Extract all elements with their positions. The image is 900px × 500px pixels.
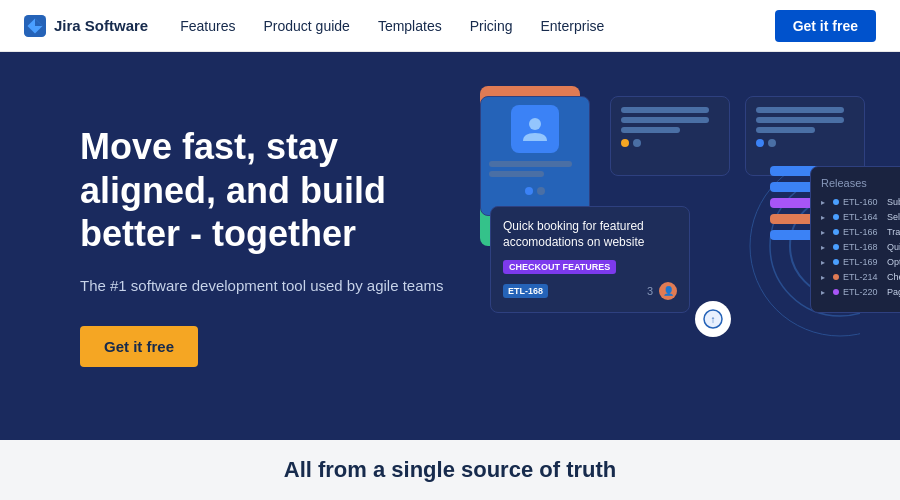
line-decoration [756,127,815,133]
connector-icon: ↑ [695,301,731,337]
releases-title: Releases [821,177,900,189]
ticket-card: Quick booking for featured accomodations… [490,206,690,313]
releases-panel: Releases ▸ ETL-160 Subscriptions ▸ ETL-1… [810,166,900,313]
release-dot-icon [833,229,839,235]
accent-bar-icon [770,214,810,224]
hero-subtext: The #1 software development tool used by… [80,275,460,298]
dot-row [621,139,719,147]
ticket-row: ETL-168 3 👤 [503,282,677,300]
card-lines [489,161,581,181]
hero-section: Move fast, stay aligned, and build bette… [0,52,900,440]
person-icon [519,113,551,145]
release-dot-icon [833,199,839,205]
hero-text-block: Move fast, stay aligned, and build bette… [80,125,460,366]
dot-icon [537,187,545,195]
nav-features[interactable]: Features [180,18,235,34]
ticket-badge: CHECKOUT FEATURES [503,260,616,274]
dot-icon [621,139,629,147]
release-dot-icon [833,214,839,220]
line-decoration [621,107,709,113]
release-row-1: ▸ ETL-164 Selection IN PROGRESS › [821,212,900,222]
ticket-title: Quick booking for featured accomodations… [503,219,677,250]
dot-icon [633,139,641,147]
release-dot-icon [833,274,839,280]
accent-bar-icon [770,182,815,192]
nav-product-guide[interactable]: Product guide [263,18,349,34]
hero-cta-button[interactable]: Get it free [80,326,198,367]
line-decoration [621,127,680,133]
card-lines [756,107,854,133]
nav-links: Features Product guide Templates Pricing… [180,18,774,34]
ticket-id: ETL-168 [503,284,548,298]
card-plain-1 [610,96,730,176]
footer-teaser: All from a single source of truth [0,440,900,500]
nav-enterprise[interactable]: Enterprise [540,18,604,34]
ticket-count: 3 [647,285,653,297]
card-lines [621,107,719,133]
line-decoration [756,117,844,123]
release-row-3: ▸ ETL-168 Quick booking... TO DO › [821,242,900,252]
hero-headline: Move fast, stay aligned, and build bette… [80,125,460,255]
release-row-6: ▸ ETL-220 Page analytics [821,287,900,297]
line-decoration [621,117,709,123]
dot-row [525,187,545,195]
svg-text:↑: ↑ [711,314,716,325]
dot-icon [525,187,533,195]
navbar: Jira Software Features Product guide Tem… [0,0,900,52]
card-plain-2 [745,96,865,176]
nav-cta-button[interactable]: Get it free [775,10,876,42]
release-row-5: ▸ ETL-214 Check out features [821,272,900,282]
card-avatar [480,96,590,216]
line-decoration [489,171,544,177]
dot-row [756,139,854,147]
line-decoration [756,107,844,113]
release-dot-icon [833,289,839,295]
release-row-2: ▸ ETL-166 Transact... IN PROGRESS › [821,227,900,237]
logo-area[interactable]: Jira Software [24,15,148,37]
jira-logo-icon [24,15,46,37]
svg-point-4 [529,118,541,130]
release-dot-icon [833,244,839,250]
dot-icon [756,139,764,147]
ticket-assignee-avatar: 👤 [659,282,677,300]
release-row-4: ▸ ETL-169 Options TO DO › [821,257,900,267]
hero-illustration: Quick booking for featured accomodations… [480,86,840,406]
brand-name: Jira Software [54,17,148,34]
line-decoration [489,161,572,167]
link-icon: ↑ [703,309,723,329]
avatar-icon [511,105,559,153]
release-row-0: ▸ ETL-160 Subscriptions [821,197,900,207]
dot-icon [768,139,776,147]
footer-headline: All from a single source of truth [284,457,616,483]
release-dot-icon [833,259,839,265]
nav-templates[interactable]: Templates [378,18,442,34]
nav-pricing[interactable]: Pricing [470,18,513,34]
